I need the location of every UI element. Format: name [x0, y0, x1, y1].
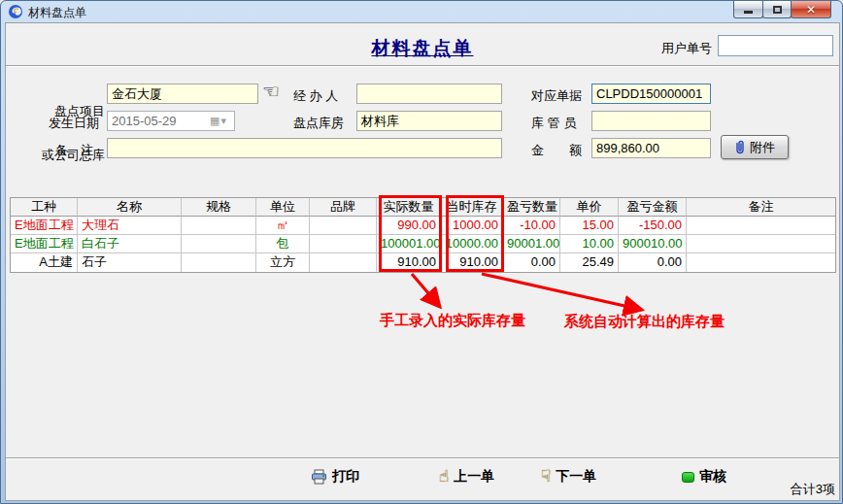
project-input[interactable] — [107, 84, 258, 104]
date-label: 发生日期 — [49, 115, 99, 132]
date-field[interactable]: ▦▾ — [107, 111, 235, 131]
table-header-row: 工种 名称 规格 单位 品牌 实际数量 当时库存 盈亏数量 单价 盈亏金额 备注 — [11, 198, 835, 217]
close-icon: ✕ — [806, 3, 816, 17]
calendar-dropdown-icon[interactable]: ▦▾ — [204, 113, 233, 129]
col-header[interactable]: 品牌 — [310, 198, 377, 217]
printer-icon — [311, 469, 327, 485]
agent-label: 经 办 人 — [293, 87, 338, 105]
remark-input[interactable] — [107, 138, 502, 158]
col-header[interactable]: 单位 — [256, 198, 310, 217]
col-header[interactable]: 盈亏数量 — [503, 198, 560, 217]
table-row[interactable]: A土建 石子 立方 910.00 910.00 0.00 25.49 0.00 — [11, 253, 835, 272]
inventory-table: 工种 名称 规格 单位 品牌 实际数量 当时库存 盈亏数量 单价 盈亏金额 备注… — [10, 197, 836, 273]
close-button[interactable]: ✕ — [791, 1, 831, 18]
bottom-divider — [6, 457, 839, 459]
app-window: 材料盘点单 ✕ 材料盘点单 用户单号 盘点项目 或公司总库 ☜ 经 办 人 对应… — [0, 0, 843, 504]
arrow-to-system-note — [482, 274, 642, 310]
col-header[interactable]: 盈亏金额 — [619, 198, 687, 217]
main-panel: 材料盘点单 用户单号 盘点项目 或公司总库 ☜ 经 办 人 对应单据 发生日期 … — [5, 22, 840, 501]
table-row[interactable]: E地面工程 白石子 包 100001.00 10000.00 90001.00 … — [11, 235, 835, 253]
next-doc-button[interactable]: ☟ 下一单 — [541, 466, 596, 487]
amount-label: 金 额 — [531, 142, 582, 159]
user-no-label: 用户单号 — [661, 40, 712, 57]
col-header[interactable]: 名称 — [78, 198, 182, 217]
keeper-label: 库 管 员 — [531, 115, 576, 132]
annotation-system-calc: 系统自动计算出的库存量 — [564, 313, 725, 331]
audit-button[interactable]: 审核 — [682, 466, 726, 487]
amount-input[interactable] — [591, 138, 711, 158]
previous-doc-button[interactable]: ☝ 上一单 — [439, 466, 494, 487]
app-icon — [8, 4, 23, 19]
print-button[interactable]: 打印 — [311, 466, 359, 487]
ref-doc-label: 对应单据 — [531, 87, 582, 105]
keeper-input[interactable] — [591, 111, 711, 131]
lookup-hand-icon[interactable]: ☜ — [262, 82, 280, 101]
warehouse-label: 盘点库房 — [293, 115, 344, 132]
user-no-input[interactable] — [718, 35, 833, 56]
maximize-icon — [773, 6, 782, 14]
paperclip-icon — [734, 140, 746, 154]
hand-up-icon: ☝ — [439, 469, 449, 485]
project-label: 盘点项目 或公司总库 — [35, 75, 105, 191]
attachment-label: 附件 — [750, 139, 775, 156]
col-header-system-stock[interactable]: 当时库存 — [441, 198, 503, 217]
minimize-button[interactable] — [733, 1, 763, 18]
audit-status-icon — [682, 472, 694, 483]
col-header[interactable]: 工种 — [11, 198, 78, 217]
ref-doc-input[interactable] — [591, 84, 711, 104]
title-bar[interactable]: 材料盘点单 ✕ — [1, 1, 842, 22]
attachment-button[interactable]: 附件 — [721, 135, 789, 159]
arrow-to-manual-note — [412, 274, 440, 307]
total-items-count: 合计3项 — [791, 481, 835, 498]
warehouse-input[interactable] — [356, 111, 502, 131]
minimize-icon — [744, 11, 753, 14]
remark-label: 备 注 — [55, 142, 93, 159]
maximize-button[interactable] — [762, 1, 792, 18]
previous-doc-label: 上一单 — [454, 468, 494, 486]
hand-down-icon: ☟ — [541, 469, 551, 485]
window-title: 材料盘点单 — [28, 5, 86, 21]
agent-input[interactable] — [356, 84, 502, 104]
col-header[interactable]: 规格 — [182, 198, 256, 217]
col-header[interactable]: 单价 — [560, 198, 619, 217]
col-header-actual-qty[interactable]: 实际数量 — [377, 198, 441, 217]
col-header[interactable]: 备注 — [687, 198, 835, 217]
annotation-manual-entry: 手工录入的实际库存量 — [380, 312, 525, 330]
header-divider — [6, 65, 839, 67]
print-label: 打印 — [332, 468, 359, 486]
table-row[interactable]: E地面工程 大理石 ㎡ 990.00 1000.00 -10.00 15.00 … — [11, 217, 835, 235]
next-doc-label: 下一单 — [556, 468, 596, 486]
document-title: 材料盘点单 — [6, 36, 839, 61]
audit-label: 审核 — [699, 468, 726, 486]
